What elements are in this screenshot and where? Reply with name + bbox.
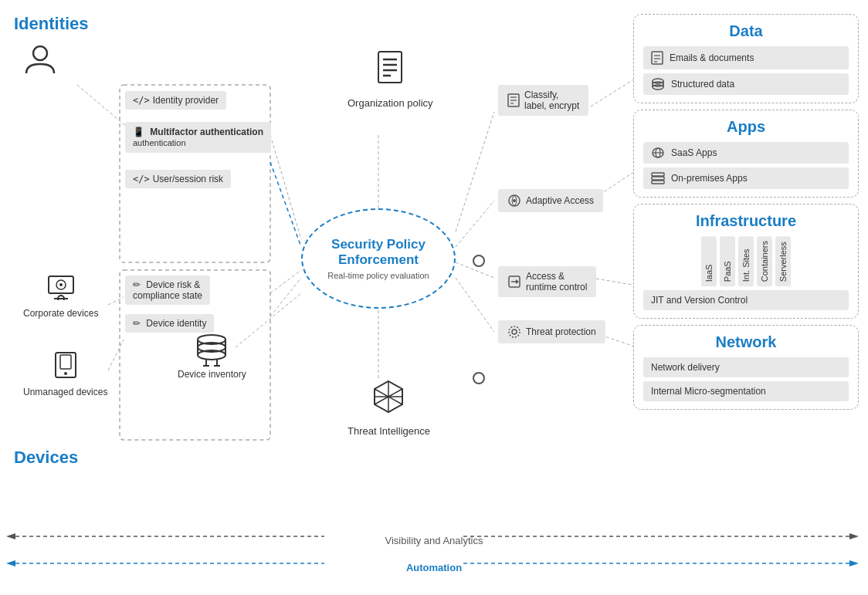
jit-version-control: JIT and Version Control — [643, 290, 849, 310]
svg-line-15 — [456, 278, 494, 332]
svg-point-77 — [653, 85, 663, 90]
diagram: Identities </>Identity provider 📱 Multif… — [0, 0, 868, 595]
svg-marker-23 — [6, 533, 15, 539]
svg-point-67 — [509, 326, 520, 337]
emails-documents-item: Emails & documents — [643, 46, 849, 69]
multifactor-box: 📱 Multifactor authentication authenticat… — [125, 122, 271, 153]
devices-title: Devices — [14, 448, 78, 468]
svg-point-35 — [59, 283, 63, 286]
device-risk-box: ✏ Device risk &compliance state — [125, 276, 210, 305]
network-panel: Network Network delivery Internal Micro-… — [633, 325, 859, 410]
adaptive-access-box: Adaptive Access — [498, 189, 603, 212]
svg-point-63 — [513, 199, 516, 202]
classify-box: Classify,label, encrypt — [498, 85, 588, 116]
svg-rect-82 — [652, 177, 664, 180]
visibility-label: Visibility and Analytics — [385, 535, 483, 546]
svg-rect-81 — [652, 173, 664, 176]
serverless-label: Serverless — [775, 236, 791, 286]
paas-label: PaaS — [720, 236, 735, 286]
device-identity-box: ✏ Device identity — [125, 314, 214, 333]
svg-rect-37 — [60, 355, 71, 369]
svg-line-8 — [108, 297, 124, 305]
user-session-risk-box: </>User/session risk — [125, 170, 231, 188]
svg-marker-27 — [6, 560, 15, 566]
svg-point-38 — [64, 372, 67, 375]
corporate-devices: Corporate devices — [23, 274, 98, 319]
svg-line-16 — [591, 77, 637, 106]
access-runtime-box: Access &runtime control — [498, 266, 596, 297]
threat-protection-box: Threat protection — [498, 320, 605, 343]
svg-line-6 — [270, 278, 301, 316]
identity-provider-box: </>Identity provider — [125, 91, 226, 110]
svg-point-21 — [473, 373, 484, 384]
unmanaged-devices: Unmanaged devices — [23, 351, 107, 397]
svg-line-3 — [270, 135, 301, 239]
person-icon — [23, 42, 57, 83]
automation-label: Automation — [406, 562, 462, 573]
data-panel: Data Emails & documents Structured data — [633, 14, 859, 103]
infra-vert-labels: IaaS PaaS Int. Sites Containers Serverle… — [643, 236, 849, 286]
svg-point-20 — [473, 255, 484, 266]
svg-line-5 — [270, 270, 301, 293]
network-delivery-item: Network delivery — [643, 357, 849, 377]
org-policy: Organization policy — [348, 50, 433, 109]
containers-label: Containers — [757, 236, 772, 286]
apps-panel: Apps SaaS Apps On-premises Apps — [633, 110, 859, 198]
svg-line-2 — [77, 85, 127, 127]
svg-marker-66 — [516, 279, 519, 284]
svg-line-13 — [456, 201, 494, 247]
svg-rect-83 — [652, 181, 664, 184]
svg-line-18 — [591, 278, 637, 286]
svg-marker-25 — [849, 533, 859, 539]
svg-line-12 — [456, 112, 494, 232]
saas-apps-item: SaaS Apps — [643, 142, 849, 164]
device-inventory: Device inventory — [178, 332, 246, 380]
svg-line-14 — [456, 262, 494, 278]
on-prem-apps-item: On-premises Apps — [643, 167, 849, 189]
svg-rect-48 — [378, 52, 402, 83]
svg-line-4 — [270, 162, 301, 247]
structured-data-item: Structured data — [643, 73, 849, 95]
svg-line-9 — [108, 340, 124, 370]
identities-title: Identities — [14, 14, 89, 34]
svg-point-68 — [512, 330, 517, 334]
svg-point-30 — [33, 46, 47, 60]
int-sites-label: Int. Sites — [738, 236, 754, 286]
right-panels: Data Emails & documents Structured data … — [633, 14, 859, 416]
center-ellipse: Security Policy Enforcement Real-time po… — [301, 208, 456, 309]
svg-marker-29 — [849, 560, 859, 566]
iaas-label: IaaS — [701, 236, 717, 286]
infra-panel: Infrastructure IaaS PaaS Int. Sites Cont… — [633, 204, 859, 319]
threat-intelligence: Threat Intelligence — [348, 378, 430, 437]
micro-segmentation-item: Internal Micro-segmentation — [643, 381, 849, 401]
